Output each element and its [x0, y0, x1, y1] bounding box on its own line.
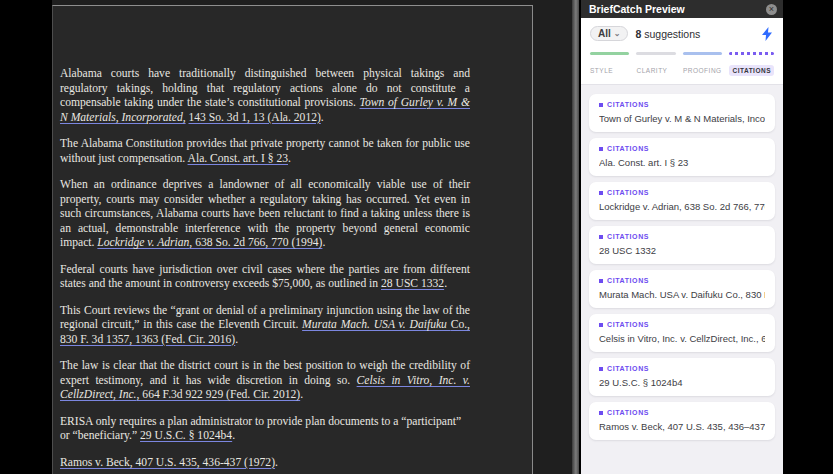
citation-link[interactable]: Ala. Const. art. I § 23: [188, 152, 288, 165]
bullet-icon: [599, 235, 603, 239]
card-category-label: CITATIONS: [607, 233, 649, 240]
body-text: .: [322, 236, 325, 249]
suggestion-card[interactable]: CITATIONSMurata Mach. USA v. Daifuku Co.…: [589, 270, 775, 308]
document-paragraph: Ramos v. Beck, 407 U.S. 435, 436-437 (19…: [60, 456, 470, 471]
bullet-icon: [599, 103, 603, 107]
citation-link[interactable]: 28 USC 1332: [381, 277, 444, 290]
category-tabs: STYLECLARITYPROOFINGCITATIONS: [581, 46, 783, 85]
panel-title: BriefCatch Preview: [589, 3, 766, 15]
bullet-icon: [599, 191, 603, 195]
briefcatch-panel: BriefCatch Preview × All ⌄ 8 suggestions…: [581, 0, 783, 474]
card-citation-text: Celsis in Vitro, Inc. v. CellzDirect, In…: [599, 333, 765, 344]
card-citation-text: Ramos v. Beck, 407 U.S. 435, 436–437 (1.…: [599, 421, 765, 432]
tab-proofing[interactable]: PROOFING: [683, 52, 722, 77]
suggestion-card[interactable]: CITATIONSTown of Gurley v. M & N Materia…: [589, 94, 775, 132]
filter-dropdown-label: All: [598, 28, 611, 39]
card-citation-text: 29 U.S.C. § 1024b4: [599, 377, 765, 388]
card-category: CITATIONS: [599, 233, 765, 240]
filter-dropdown[interactable]: All ⌄: [590, 26, 628, 41]
document-paragraph: The law is clear that the district court…: [60, 359, 470, 403]
document-paragraph: When an ordinance deprives a landowner o…: [60, 178, 470, 251]
card-citation-text: 28 USC 1332: [599, 245, 765, 256]
document-paragraph: The Alabama Constitution provides that p…: [60, 137, 470, 166]
body-text: .: [444, 277, 447, 290]
chevron-down-icon: ⌄: [614, 29, 621, 38]
card-category: CITATIONS: [599, 145, 765, 152]
body-text: .: [275, 456, 278, 469]
tab-label: CITATIONS: [729, 65, 774, 76]
suggestion-card[interactable]: CITATIONS28 USC 1332: [589, 226, 775, 264]
suggestion-card[interactable]: CITATIONSCelsis in Vitro, Inc. v. CellzD…: [589, 314, 775, 352]
tab-label: STYLE: [590, 67, 613, 74]
body-text: .: [300, 388, 303, 401]
card-category-label: CITATIONS: [607, 409, 649, 416]
suggestion-card[interactable]: CITATIONSRamos v. Beck, 407 U.S. 435, 43…: [589, 402, 775, 440]
document-viewport: Alabama courts have traditionally distin…: [52, 0, 575, 474]
panel-controls: All ⌄ 8 suggestions: [581, 18, 783, 46]
citation-link[interactable]: Murata Mach. USA v. Daifuku: [302, 318, 451, 331]
tab-citations[interactable]: CITATIONS: [729, 52, 774, 77]
card-citation-text: Town of Gurley v. M & N Materials, Incor…: [599, 113, 765, 124]
suggestion-card[interactable]: CITATIONSAla. Const. art. I § 23: [589, 138, 775, 176]
card-category: CITATIONS: [599, 365, 765, 372]
bullet-icon: [599, 279, 603, 283]
body-text: .: [232, 429, 235, 442]
card-category-label: CITATIONS: [607, 101, 649, 108]
bullet-icon: [599, 411, 603, 415]
card-category: CITATIONS: [599, 101, 765, 108]
document-paragraph: ERISA only requires a plan administrator…: [60, 415, 470, 444]
card-category-label: CITATIONS: [607, 189, 649, 196]
card-citation-text: Ala. Const. art. I § 23: [599, 157, 765, 168]
bullet-icon: [599, 367, 603, 371]
lightning-icon[interactable]: [761, 27, 773, 41]
document-scrollbar[interactable]: [572, 0, 579, 474]
card-category: CITATIONS: [599, 409, 765, 416]
tab-progress-bar: [636, 52, 675, 55]
close-icon[interactable]: ×: [766, 4, 777, 15]
card-category-label: CITATIONS: [607, 365, 649, 372]
tab-progress-bar: [683, 52, 722, 55]
card-citation-text: Murata Mach. USA v. Daifuku Co., 830 F. …: [599, 289, 765, 300]
citation-link[interactable]: Ramos v. Beck, 407 U.S. 435, 436-437 (19…: [60, 456, 275, 469]
document-paragraph: This Court reviews the “grant or denial …: [60, 304, 470, 348]
suggestion-list: CITATIONSTown of Gurley v. M & N Materia…: [581, 85, 783, 474]
card-category-label: CITATIONS: [607, 277, 649, 284]
suggestion-card[interactable]: CITATIONSLockridge v. Adrian, 638 So. 2d…: [589, 182, 775, 220]
citation-link[interactable]: 29 U.S.C. § 1024b4: [140, 429, 232, 442]
document-page[interactable]: Alabama courts have traditionally distin…: [52, 5, 533, 474]
tab-label: PROOFING: [683, 67, 722, 74]
citation-link[interactable]: Lockridge v. Adrian: [97, 236, 189, 249]
card-category: CITATIONS: [599, 189, 765, 196]
card-category-label: CITATIONS: [607, 145, 649, 152]
bullet-icon: [599, 323, 603, 327]
tab-clarity[interactable]: CLARITY: [636, 52, 675, 77]
panel-header: BriefCatch Preview ×: [581, 0, 783, 18]
suggestion-card[interactable]: CITATIONS29 U.S.C. § 1024b4: [589, 358, 775, 396]
tab-progress-bar: [729, 52, 774, 55]
document-paragraph: Alabama courts have traditionally distin…: [60, 67, 470, 125]
tab-progress-bar: [590, 52, 629, 55]
tab-style[interactable]: STYLE: [590, 52, 629, 77]
card-citation-text: Lockridge v. Adrian, 638 So. 2d 766, 770…: [599, 201, 765, 212]
card-category-label: CITATIONS: [607, 321, 649, 328]
suggestions-count: 8 suggestions: [635, 28, 754, 40]
body-text: ERISA only requires a plan administrator…: [60, 415, 461, 443]
tab-label: CLARITY: [636, 67, 667, 74]
citation-link[interactable]: , 638 So. 2d 766, 770 (1994): [189, 236, 322, 249]
card-category: CITATIONS: [599, 321, 765, 328]
citation-link[interactable]: , 664 F.3d 922 929 (Fed. Cir. 2012): [137, 388, 301, 401]
app-window: Alabama courts have traditionally distin…: [0, 0, 833, 474]
body-text: .: [288, 152, 291, 165]
body-text: .: [235, 333, 238, 346]
document-text: Alabama courts have traditionally distin…: [53, 6, 532, 474]
body-text: .: [321, 111, 324, 124]
citation-link[interactable]: 143 So. 3d 1, 13 (Ala. 2012): [189, 111, 321, 124]
bullet-icon: [599, 147, 603, 151]
document-paragraph: Federal courts have jurisdiction over ci…: [60, 263, 470, 292]
card-category: CITATIONS: [599, 277, 765, 284]
